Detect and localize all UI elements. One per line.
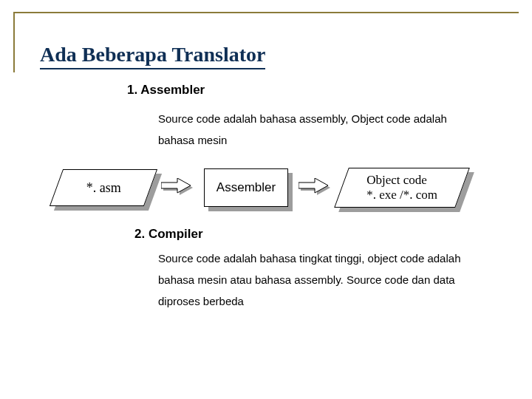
slide: Ada Beberapa Translator 1. Assembler Sou…	[0, 0, 532, 399]
arrow-icon	[161, 178, 194, 197]
assembler-box: Assembler	[204, 168, 288, 207]
asm-source-label: *. asm	[86, 180, 121, 195]
assembler-diagram: *. asm Assembler	[56, 168, 502, 208]
arrow-icon	[299, 178, 331, 197]
section-2-body: Source code adalah bahasa tingkat tinggi…	[158, 248, 473, 313]
object-code-line1: Object code	[366, 173, 437, 188]
content-area: 1. Assembler Source code adalah bahasa a…	[40, 83, 502, 312]
object-code-line2: *. exe /*. com	[366, 188, 437, 202]
frame-left-line	[13, 12, 15, 72]
object-code-box: Object code *. exe /*. com	[341, 168, 463, 208]
section-1-body: Source code adalah bahasa assembly, Obje…	[158, 108, 473, 151]
assembler-box-label: Assembler	[216, 180, 276, 195]
svg-marker-3	[299, 178, 328, 193]
svg-marker-1	[161, 178, 191, 193]
svg-marker-0	[163, 180, 193, 195]
slide-title: Ada Beberapa Translator	[40, 43, 265, 69]
section-1-heading: 1. Assembler	[127, 83, 502, 98]
asm-source-box: *. asm	[56, 169, 151, 206]
frame-top-line	[13, 12, 519, 13]
svg-marker-2	[301, 180, 330, 195]
section-2-heading: 2. Compiler	[134, 227, 502, 242]
